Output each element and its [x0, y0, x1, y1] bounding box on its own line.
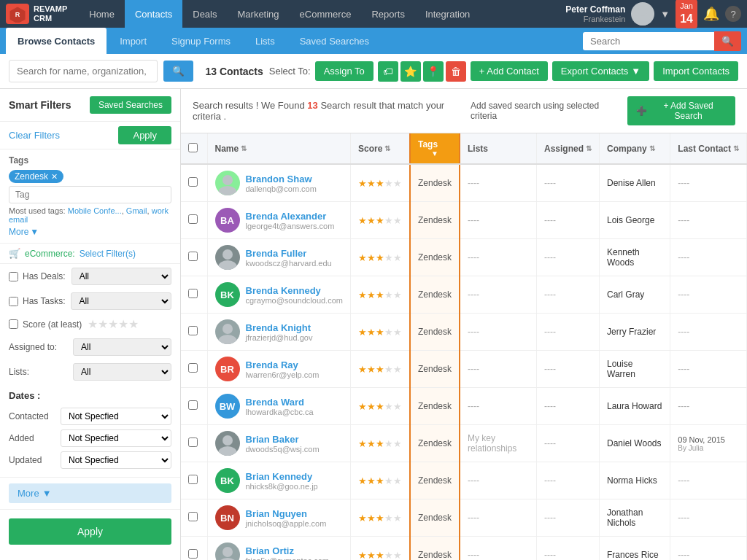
row-checkbox[interactable] [188, 438, 198, 447]
dropdown-icon[interactable]: ▼ [660, 9, 670, 20]
has-deals-select[interactable]: All [71, 268, 171, 285]
row-checkbox[interactable] [188, 549, 198, 559]
nav-contacts[interactable]: Contacts [125, 0, 182, 28]
tag-chip-remove[interactable]: ✕ [51, 172, 58, 182]
location-icon-button[interactable]: 📍 [423, 61, 444, 82]
row-checkbox[interactable] [188, 289, 198, 298]
export-contacts-button[interactable]: Export Contacts ▼ [552, 61, 649, 81]
add-contact-button[interactable]: + Add Contact [471, 61, 548, 81]
nav-marketing[interactable]: Marketing [228, 0, 290, 28]
cell-checkbox [181, 351, 207, 388]
sub-nav-signup[interactable]: Signup Forms [160, 28, 242, 54]
row-checkbox[interactable] [188, 177, 198, 187]
cell-company: Denise Allen [600, 164, 670, 202]
top-search-input[interactable] [583, 32, 714, 50]
contact-name[interactable]: Brian Baker [246, 434, 320, 445]
cell-last-contact: ---- [670, 388, 747, 425]
score-sort[interactable]: Score ⇅ [358, 144, 402, 154]
contact-name[interactable]: Brenda Knight [246, 322, 313, 333]
lists-value: ---- [468, 289, 479, 300]
lists-value: ---- [468, 215, 479, 225]
assigned-value: ---- [544, 438, 556, 448]
cell-company: Jerry Frazier [600, 314, 670, 351]
top-search-button[interactable]: 🔍 [714, 31, 741, 51]
contact-name[interactable]: Brandon Shaw [246, 174, 317, 184]
updated-select[interactable]: Not Specfied [61, 451, 171, 469]
contact-email: dallenqb@com.com [246, 184, 317, 193]
nav-integration[interactable]: Integration [415, 0, 480, 28]
contact-name[interactable]: Brenda Ray [246, 359, 320, 370]
last-contact-sort[interactable]: Last Contact ⇅ [678, 144, 739, 154]
zendesk-tag-chip[interactable]: Zendesk ✕ [9, 170, 63, 183]
added-select[interactable]: Not Specfied [61, 429, 171, 447]
contacted-select[interactable]: Not Specfied [61, 408, 171, 425]
tag-value: Zendesk [418, 550, 452, 560]
delete-icon-button[interactable]: 🗑 [446, 61, 466, 82]
more-expand[interactable]: More ▼ [9, 483, 171, 503]
has-tasks-select[interactable]: All [71, 292, 171, 310]
row-checkbox[interactable] [188, 252, 198, 261]
help-icon[interactable]: ? [725, 6, 741, 22]
user-avatar[interactable] [631, 2, 654, 26]
add-saved-search-button[interactable]: ➕ + Add Saved Search [627, 96, 735, 125]
row-checkbox[interactable] [188, 475, 198, 484]
import-contacts-button[interactable]: Import Contacts [654, 61, 738, 81]
assign-to-button[interactable]: Assign To [315, 61, 374, 81]
cell-lists: ---- [460, 499, 537, 537]
most-used-tag-2[interactable]: Gmail [126, 206, 147, 215]
lists-select[interactable]: All [73, 363, 171, 381]
cell-score: ★★★★★ [350, 239, 410, 276]
row-checkbox[interactable] [188, 214, 198, 224]
tag-icon-button[interactable]: 🏷 [378, 61, 398, 82]
assigned-value: ---- [544, 513, 556, 523]
apply-button-top[interactable]: Apply [118, 126, 171, 144]
contact-name[interactable]: Brenda Alexander [246, 211, 335, 222]
contact-name[interactable]: Brenda Ward [246, 397, 314, 408]
nav-home[interactable]: Home [79, 0, 125, 28]
tag-value: Zendesk [418, 364, 452, 374]
added-row: Added Not Specfied [9, 427, 171, 449]
contacts-search-button[interactable]: 🔍 [163, 61, 193, 82]
th-tags: Tags ▼ [410, 133, 460, 164]
sub-nav-saved[interactable]: Saved Searches [288, 28, 381, 54]
nav-ecommerce[interactable]: eCommerce [290, 0, 362, 28]
assigned-sort[interactable]: Assigned ⇅ [544, 144, 592, 154]
contact-name[interactable]: Brenda Kennedy [246, 285, 343, 296]
logo-text: REVAMPCRM [34, 4, 67, 23]
contact-name[interactable]: Brian Ortiz [246, 545, 329, 556]
bell-icon[interactable]: 🔔 [703, 6, 719, 22]
cell-checkbox [181, 164, 207, 202]
score-checkbox[interactable] [9, 319, 18, 329]
sub-nav-lists[interactable]: Lists [244, 28, 287, 54]
row-checkbox[interactable] [188, 512, 198, 521]
cell-score: ★★★★★ [350, 388, 410, 425]
nav-deals[interactable]: Deals [182, 0, 227, 28]
saved-searches-button[interactable]: Saved Searches [90, 96, 171, 114]
contact-name[interactable]: Brian Nguyen [246, 508, 327, 519]
contact-name[interactable]: Brian Kennedy [246, 471, 318, 482]
name-sort[interactable]: Name ⇅ [215, 144, 343, 154]
row-checkbox[interactable] [188, 363, 198, 373]
has-deals-checkbox[interactable] [9, 272, 18, 281]
row-checkbox[interactable] [188, 326, 198, 335]
row-checkbox[interactable] [188, 400, 198, 410]
tags-more-link[interactable]: More ▼ [9, 227, 171, 237]
has-tasks-checkbox[interactable] [9, 297, 18, 306]
nav-reports[interactable]: Reports [361, 0, 415, 28]
select-filters-link[interactable]: Select Filter(s) [80, 249, 136, 259]
tag-input[interactable] [9, 186, 171, 203]
most-used-tag-1[interactable]: Mobile Confe... [68, 206, 122, 215]
tag-value: Zendesk [418, 215, 452, 225]
sub-nav-browse[interactable]: Browse Contacts [6, 28, 107, 54]
clear-filters-link[interactable]: Clear Filters [9, 130, 112, 141]
select-all-checkbox[interactable] [188, 143, 198, 152]
saved-search-text: Add saved search using selected criteria [471, 101, 622, 121]
sub-nav-import[interactable]: Import [108, 28, 158, 54]
contacts-search-input[interactable] [9, 60, 158, 82]
company-sort[interactable]: Company ⇅ [607, 144, 662, 154]
apply-bottom-button[interactable]: Apply [9, 518, 171, 545]
star-icon-button[interactable]: ⭐ [400, 61, 421, 82]
assigned-to-select[interactable]: All [73, 338, 171, 356]
score-stars[interactable]: ★★★★★ [88, 317, 139, 331]
contact-name[interactable]: Brenda Fuller [246, 248, 332, 259]
